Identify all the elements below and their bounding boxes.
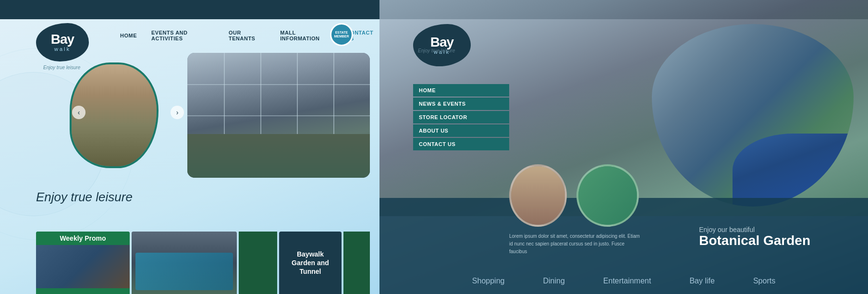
bottom-portrait-right [576, 164, 639, 227]
weekly-promo-image [36, 245, 130, 288]
weekly-promo-card[interactable]: Weekly Promo [36, 232, 130, 294]
nav-mall-info[interactable]: MALL INFORMATION [280, 30, 331, 41]
logo-bay-text: Bay [51, 33, 74, 46]
estate-badge: ESTATE MEMBER [330, 23, 353, 46]
hero-building-image [187, 53, 370, 178]
building-grid [187, 53, 370, 178]
weekly-promo-label: Weekly Promo [36, 232, 130, 245]
right-dropdown-menu: HOME NEWS & EVENTS STORE LOCATOR ABOUT U… [413, 84, 509, 151]
bottom-nav-baylife[interactable]: Bay life [689, 277, 714, 285]
baywalk-card[interactable]: Baywalk Garden and Tunnel [279, 232, 342, 294]
bottom-nav-dining[interactable]: Dining [543, 277, 564, 285]
logo-walk-text: walk [54, 46, 71, 52]
bottom-portrait-left [509, 164, 567, 227]
bottom-cards: Weekly Promo Baywalk Garden and Tunnel [36, 232, 370, 294]
hero-arrow-right[interactable]: › [171, 106, 184, 119]
dark-card-2 [343, 232, 370, 294]
botanical-garden-text: Enjoy our beautiful Botanical Garden [699, 226, 810, 248]
right-panel: Bay walk Enjoy true leisure HOME NEWS & … [379, 0, 868, 294]
right-bottom-nav: Shopping Dining Entertainment Bay life S… [379, 277, 868, 285]
botanical-sub: Enjoy our beautiful [699, 226, 810, 233]
bottom-nav-sports[interactable]: Sports [753, 277, 775, 285]
nav-events[interactable]: EVENTS AND ACTIVITIES [151, 30, 214, 41]
right-logo-blob: Bay walk [413, 24, 471, 66]
right-bottom-section: Lorem ipsum dolor sit amet, consectetur … [379, 198, 868, 294]
bottom-nav-entertainment[interactable]: Entertainment [603, 277, 651, 285]
menu-news-events[interactable]: NEWS & EVENTS [413, 98, 509, 110]
enjoy-true-leisure-text: Enjoy true leisure [36, 190, 133, 205]
right-logo-tagline: Enjoy true leisure [418, 48, 455, 53]
baywalk-card-title: Baywalk Garden and Tunnel [284, 250, 337, 276]
hero-area: ‹ › [70, 53, 370, 187]
water-area [733, 134, 854, 207]
menu-store-locator[interactable]: STORE LOCATOR [413, 111, 509, 123]
right-logo[interactable]: Bay walk [413, 24, 471, 66]
hero-arrow-left[interactable]: ‹ [72, 106, 86, 119]
left-panel: Bay walk Enjoy true leisure HOME EVENTS … [0, 0, 379, 294]
badge-text: ESTATE MEMBER [334, 31, 349, 39]
menu-home[interactable]: HOME [413, 84, 509, 97]
botanical-main: Botanical Garden [699, 233, 810, 248]
lorem-text: Lorem ipsum dolor sit amet, consectetur … [509, 233, 644, 256]
menu-contact-us[interactable]: CONTACT US [413, 138, 509, 150]
right-logo-bay: Bay [430, 36, 453, 49]
bottom-nav-shopping[interactable]: Shopping [472, 277, 505, 285]
menu-about-us[interactable]: ABOUT US [413, 124, 509, 137]
dark-card-1 [239, 232, 277, 294]
nav-tenants[interactable]: OUR TENANTS [229, 30, 266, 41]
middle-image-card [132, 232, 237, 294]
left-header-bar [0, 0, 379, 19]
nav-home[interactable]: HOME [120, 33, 137, 38]
